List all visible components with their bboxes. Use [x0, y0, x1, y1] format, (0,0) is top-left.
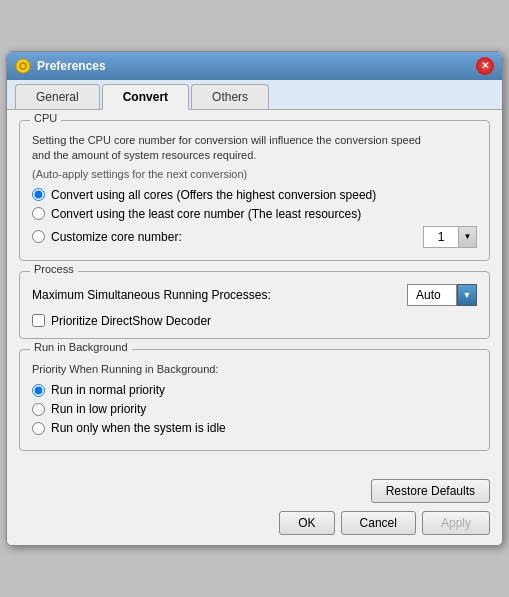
radio-idle-priority: Run only when the system is idle: [32, 421, 477, 435]
auto-apply-text: (Auto-apply settings for the next conver…: [32, 168, 477, 180]
tab-bar: General Convert Others: [7, 80, 502, 110]
prioritize-checkbox[interactable]: [32, 314, 45, 327]
apply-button[interactable]: Apply: [422, 511, 490, 535]
core-number-input[interactable]: 1: [423, 226, 459, 248]
cpu-info-line1: Setting the CPU core number for conversi…: [32, 133, 477, 164]
tab-convert[interactable]: Convert: [102, 84, 189, 110]
radio-all-cores: Convert using all cores (Offers the high…: [32, 188, 477, 202]
close-button[interactable]: ✕: [476, 57, 494, 75]
footer: Restore Defaults OK Cancel Apply: [7, 471, 502, 545]
priority-label: Priority When Running in Background:: [32, 362, 477, 377]
cpu-group-label: CPU: [30, 112, 61, 124]
max-processes-row: Maximum Simultaneous Running Processes: …: [32, 284, 477, 306]
max-processes-dropdown: Auto ▼: [407, 284, 477, 306]
cancel-button[interactable]: Cancel: [341, 511, 416, 535]
tab-content: CPU Setting the CPU core number for conv…: [7, 110, 502, 471]
dropdown-display[interactable]: Auto: [407, 284, 457, 306]
radio-idle-priority-input[interactable]: [32, 422, 45, 435]
bottom-button-row: OK Cancel Apply: [19, 511, 490, 535]
radio-low-priority-input[interactable]: [32, 403, 45, 416]
prioritize-row: Prioritize DirectShow Decoder: [32, 314, 477, 328]
radio-custom-cores-input[interactable]: [32, 230, 45, 243]
radio-normal-priority-label: Run in normal priority: [51, 383, 165, 397]
radio-least-cores-label: Convert using the least core number (The…: [51, 207, 361, 221]
radio-normal-priority-input[interactable]: [32, 384, 45, 397]
background-group: Run in Background Priority When Running …: [19, 349, 490, 451]
svg-point-2: [21, 64, 25, 68]
radio-normal-priority: Run in normal priority: [32, 383, 477, 397]
process-group: Process Maximum Simultaneous Running Pro…: [19, 271, 490, 339]
radio-least-cores-input[interactable]: [32, 207, 45, 220]
ok-button[interactable]: OK: [279, 511, 334, 535]
process-group-label: Process: [30, 263, 78, 275]
radio-low-priority: Run in low priority: [32, 402, 477, 416]
radio-all-cores-label: Convert using all cores (Offers the high…: [51, 188, 376, 202]
radio-custom-cores-label: Customize core number:: [51, 230, 182, 244]
prioritize-label: Prioritize DirectShow Decoder: [51, 314, 211, 328]
core-number-spinbox: 1 ▼: [423, 226, 477, 248]
max-processes-label: Maximum Simultaneous Running Processes:: [32, 288, 407, 302]
radio-all-cores-input[interactable]: [32, 188, 45, 201]
restore-defaults-button[interactable]: Restore Defaults: [371, 479, 490, 503]
spinbox-arrow[interactable]: ▼: [459, 226, 477, 248]
background-group-label: Run in Background: [30, 341, 132, 353]
dialog-title: Preferences: [37, 59, 476, 73]
tab-general[interactable]: General: [15, 84, 100, 109]
title-bar: Preferences ✕: [7, 52, 502, 80]
dialog-window: Preferences ✕ General Convert Others CPU…: [6, 51, 503, 546]
dropdown-arrow-icon[interactable]: ▼: [457, 284, 477, 306]
radio-low-priority-label: Run in low priority: [51, 402, 146, 416]
app-icon: [15, 58, 31, 74]
dropdown-value: Auto: [412, 288, 452, 302]
tab-others[interactable]: Others: [191, 84, 269, 109]
cpu-group: CPU Setting the CPU core number for conv…: [19, 120, 490, 261]
radio-idle-priority-label: Run only when the system is idle: [51, 421, 226, 435]
radio-least-cores: Convert using the least core number (The…: [32, 207, 477, 221]
radio-custom-cores: Customize core number: 1 ▼: [32, 226, 477, 248]
